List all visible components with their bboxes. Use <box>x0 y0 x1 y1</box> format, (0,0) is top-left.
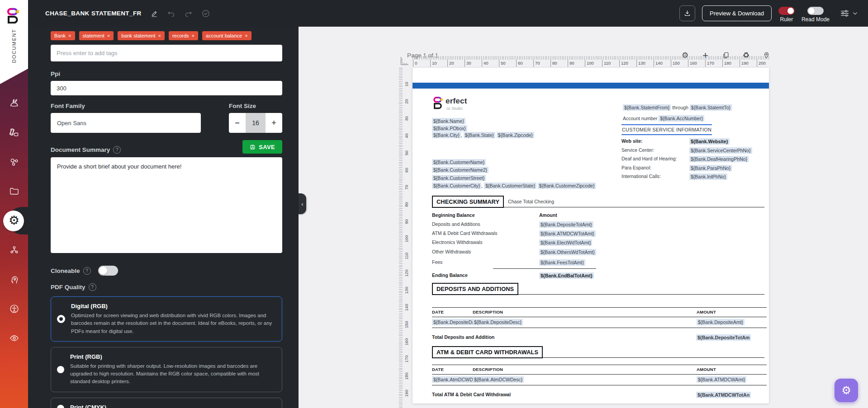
ruler-number: 90 <box>568 60 574 67</box>
header-margin-bar[interactable] <box>413 83 769 89</box>
sidebar-item-color-swatches[interactable] <box>0 118 28 147</box>
placeholder-field[interactable]: ${Bank.PObox} <box>432 125 467 131</box>
ruler-number: 150 <box>404 320 409 329</box>
placeholder-field[interactable]: ${Bank.ServiceCenterPhNo} <box>689 147 752 154</box>
tag-remove-icon[interactable]: × <box>158 33 161 38</box>
placeholder-field[interactable]: ${Bank.EndBalTotAmt} <box>539 272 594 279</box>
tag-chip[interactable]: Bank× <box>51 31 75 40</box>
edit-title-icon[interactable] <box>150 9 158 18</box>
eye-icon <box>9 333 19 343</box>
assistant-fab[interactable]: ⚙ <box>835 379 858 402</box>
radio-checked-icon[interactable] <box>57 315 65 323</box>
ruler-number: 30 <box>465 60 471 67</box>
ruler-toggle[interactable] <box>778 7 795 15</box>
placeholder-field[interactable]: ${Bank.ElectWdTotAmt} <box>539 239 592 246</box>
sidebar-item-idea[interactable] <box>0 265 28 294</box>
placeholder-field[interactable]: ${Bank.ParaPhNo} <box>689 165 732 171</box>
sidebar-item-molecule[interactable] <box>0 147 28 177</box>
placeholder-field[interactable]: ${Bank.Zipcode} <box>497 132 534 138</box>
placeholder-field[interactable]: ${Bank.ATMDCWTotAmt} <box>539 230 596 237</box>
placeholder-field[interactable]: ${Bank.AtmDCWDesc} <box>473 376 524 383</box>
download-button[interactable] <box>679 5 695 21</box>
chevron-down-icon[interactable] <box>852 10 858 16</box>
app-logo[interactable] <box>6 7 22 23</box>
font-size-increase-button[interactable]: + <box>266 113 282 133</box>
placeholder-field[interactable]: ${Bank.CustomerName2} <box>432 167 489 173</box>
tag-chip[interactable]: bank statement× <box>118 31 165 40</box>
view-settings-sliders-icon[interactable] <box>840 9 849 18</box>
placeholder-field[interactable]: ${Bank.CustomerStreet} <box>432 175 486 181</box>
preview-download-button[interactable]: Preview & Download <box>702 5 772 21</box>
ruler-number: 200 <box>757 60 766 67</box>
toggle-knob <box>99 267 107 275</box>
tag-remove-icon[interactable]: × <box>192 33 194 38</box>
ppi-input[interactable] <box>51 81 282 95</box>
placeholder-field[interactable]: ${Bank.CustomerCity} <box>432 183 481 189</box>
ruler-number: 50 <box>499 60 506 67</box>
placeholder-field[interactable]: ${Bank.Name} <box>432 118 465 124</box>
ruler-number: 110 <box>404 252 409 261</box>
sidebar-item-accessibility[interactable] <box>0 294 28 324</box>
font-family-input[interactable] <box>51 113 201 133</box>
read-mode-toggle[interactable] <box>807 7 824 15</box>
save-button[interactable]: SAVE <box>242 140 282 154</box>
sidebar-item-settings[interactable]: ⚙ <box>0 206 28 235</box>
preview-canvas: Page 1 of 1 ⚙ + ♻ 01020 <box>299 27 868 408</box>
redo-icon[interactable] <box>184 9 193 18</box>
tag-remove-icon[interactable]: × <box>245 33 247 38</box>
cloneable-toggle[interactable] <box>98 266 118 276</box>
tag-list: Bank× statement× bank statement× records… <box>51 31 282 40</box>
ruler-ticks <box>413 56 769 60</box>
placeholder-field[interactable]: ${Bank.State} <box>464 132 495 138</box>
placeholder-field[interactable]: ${Bank.Website} <box>689 138 730 145</box>
quality-option-print-cmyk[interactable]: Print (CMYK) <box>51 398 282 408</box>
placeholder-field[interactable]: ${Bank.CustomerName} <box>432 159 486 165</box>
accessibility-icon <box>9 304 19 314</box>
placeholder-field[interactable]: ${Bank.DepositeTotAmt} <box>539 221 593 228</box>
placeholder-field[interactable]: ${Bank.City} <box>432 132 461 138</box>
radio-unchecked-icon[interactable] <box>57 366 64 373</box>
help-icon[interactable]: ? <box>113 146 121 154</box>
add-tag-input[interactable] <box>51 45 282 61</box>
undo-icon[interactable] <box>167 9 175 18</box>
document-summary-textarea[interactable]: Provide a short brief about your documen… <box>51 157 282 253</box>
placeholder-field[interactable]: ${Bank.CustomerZipcode} <box>538 183 596 189</box>
placeholder-field[interactable]: ${Bank.OthersWdTotAmt} <box>539 249 596 255</box>
placeholder-field[interactable]: ${Bank.FeesTotAmt} <box>539 259 585 266</box>
help-icon[interactable]: ? <box>83 267 91 275</box>
placeholder-field[interactable]: ${Bank.AccNumber} <box>659 115 704 122</box>
sidebar-item-design-assets[interactable] <box>0 89 28 118</box>
placeholder-field[interactable]: ${Bank.StatemtFrom} <box>623 104 671 111</box>
quality-option-print-rgb[interactable]: Print (RGB) Suitable for printing with s… <box>51 347 282 392</box>
pdf-quality-label: PDF Quality ? <box>51 283 282 291</box>
quality-option-digital-rgb[interactable]: Digital (RGB) Optimized for screen viewi… <box>51 296 282 342</box>
sidebar-item-share-network[interactable] <box>0 235 28 265</box>
help-icon[interactable]: ? <box>89 283 96 291</box>
placeholder-field[interactable]: ${Bank.DepositeAmt} <box>697 319 745 325</box>
tag-chip[interactable]: records× <box>169 31 198 40</box>
tag-chip[interactable]: account balance× <box>202 31 251 40</box>
ruler-number: 60 <box>404 166 409 175</box>
sidebar-item-folder[interactable] <box>0 177 28 206</box>
tag-remove-icon[interactable]: × <box>107 33 110 38</box>
ruler-number: 170 <box>705 60 714 67</box>
radio-unchecked-icon[interactable] <box>57 405 64 408</box>
placeholder-field[interactable]: ${Bank.IntPhNo} <box>689 174 727 180</box>
section-heading-box: ATM & DEBIT CARD WITHDRAWALS <box>432 346 543 358</box>
placeholder-field[interactable]: ${Bank.DeafHearingPhNo} <box>689 156 749 162</box>
placeholder-field[interactable]: ${Bank.CustomerState} <box>484 183 536 189</box>
ruler-number: 100 <box>404 234 409 244</box>
tag-remove-icon[interactable]: × <box>68 33 71 38</box>
placeholder-field[interactable]: ${Bank.ATMDCWAmt} <box>697 376 746 383</box>
font-size-decrease-button[interactable]: − <box>229 113 246 133</box>
placeholder-field[interactable]: ${Bank.StatemtTo} <box>690 104 732 111</box>
ruler-number: 50 <box>404 149 409 158</box>
atm-heading-row: ATM & DEBIT CARD WITHDRAWALS <box>432 346 764 358</box>
placeholder-field[interactable]: ${Bank.DepositeDesc} <box>473 319 523 325</box>
placeholder-field[interactable]: ${Bank.DepositeTotAm <box>696 334 751 341</box>
placeholder-field[interactable]: ${Bank.ATMDCWTotAn <box>696 392 751 398</box>
sidebar-item-preview-eye[interactable] <box>0 324 28 353</box>
tag-chip[interactable]: statement× <box>79 31 114 40</box>
panel-collapse-handle[interactable]: ‹ <box>299 193 306 214</box>
document-settings-panel: Bank× statement× bank statement× records… <box>28 27 299 408</box>
